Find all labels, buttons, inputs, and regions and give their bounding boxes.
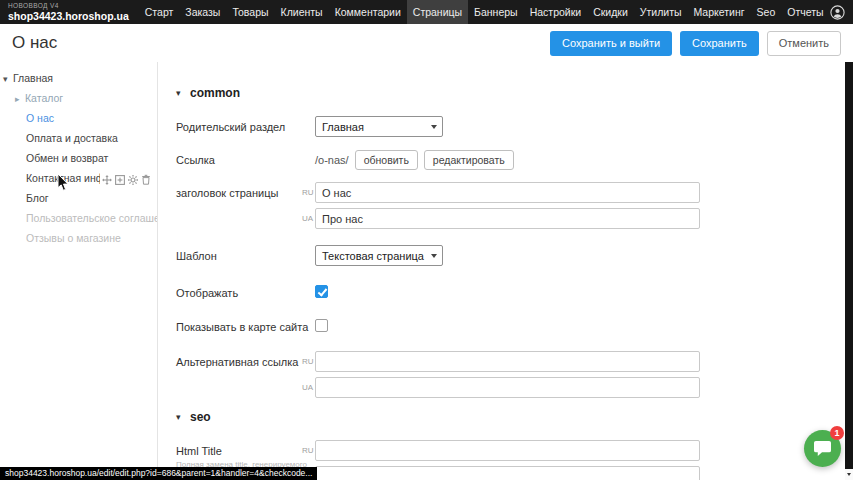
sidebar-item[interactable]: Обмен и возврат	[0, 148, 157, 168]
page-title-ru-input[interactable]	[315, 182, 700, 203]
section-common-title: common	[190, 86, 240, 100]
top-menu: СтартЗаказыТоварыКлиентыКомментарииСтран…	[139, 0, 830, 24]
topmenu-item[interactable]: Маркетинг	[688, 0, 751, 24]
topmenu-item[interactable]: Страницы	[407, 0, 468, 24]
sidebar-item[interactable]: Отзывы о магазине	[0, 228, 157, 248]
collapse-icon: ▾	[176, 412, 190, 422]
link-refresh-button[interactable]: обновить	[355, 150, 418, 170]
topmenu-item[interactable]: Скидки	[587, 0, 634, 24]
sitemap-controls	[315, 316, 328, 332]
chat-unread-badge: 1	[830, 426, 844, 440]
parent-section-controls: Главная	[315, 116, 443, 137]
header-buttons: Сохранить и выйти Сохранить Отменить	[550, 31, 841, 56]
template-row: Шаблон Текстовая страница	[176, 245, 845, 266]
app-window: НОВОВВОД V4 shop34423.horoshop.ua СтартЗ…	[0, 0, 853, 480]
link-value: /o-nas/	[315, 154, 349, 166]
caret-right-icon[interactable]: ▸	[15, 89, 25, 108]
cancel-button[interactable]: Отменить	[767, 31, 841, 56]
page-title: О нас	[12, 33, 57, 53]
sidebar-item-label: Пользовательское соглашение	[26, 212, 157, 224]
status-bar-url: shop34423.horoshop.ua/edit/edit.php?id=6…	[0, 467, 317, 480]
scroll-down-button[interactable]	[845, 469, 853, 480]
collapse-icon: ▾	[176, 88, 190, 98]
sidebar-item[interactable]: Блог	[0, 188, 157, 208]
display-controls	[315, 282, 328, 298]
sidebar-item-label: Блог	[26, 192, 49, 204]
version-label: НОВОВВОД V4	[8, 3, 129, 10]
html-title-ua-input[interactable]	[315, 466, 700, 480]
trash-icon[interactable]	[141, 174, 151, 185]
sidebar-item[interactable]: Оплата и доставка	[0, 128, 157, 148]
topmenu-item[interactable]: Отчеты	[781, 0, 829, 24]
template-select[interactable]: Текстовая страница	[315, 245, 443, 266]
content: ▾Главная▸КаталогО насОплата и доставкаОб…	[0, 62, 845, 480]
sidebar-item[interactable]: Пользовательское соглашение	[0, 208, 157, 228]
sitemap-checkbox[interactable]	[315, 319, 328, 332]
topmenu-item[interactable]: Клиенты	[275, 0, 329, 24]
topmenu-item[interactable]: Комментарии	[329, 0, 407, 24]
topmenu-item[interactable]: Заказы	[179, 0, 226, 24]
lang-ru-label: RU	[302, 188, 314, 197]
html-title-label: Html Title Полная замена title, генериру…	[176, 440, 315, 470]
link-row: Ссылка /o-nas/ обновить редактировать	[176, 149, 845, 170]
html-title-controls: RU UA	[315, 440, 700, 480]
pages-tree-sidebar: ▾Главная▸КаталогО насОплата и доставкаОб…	[0, 62, 158, 480]
chat-bubble-icon	[813, 440, 832, 457]
topmenu-item[interactable]: Товары	[226, 0, 274, 24]
alt-link-ru-input[interactable]	[315, 351, 700, 372]
section-seo-title: seo	[190, 410, 211, 424]
brand[interactable]: НОВОВВОД V4 shop34423.horoshop.ua	[0, 3, 139, 21]
gear-icon[interactable]	[128, 175, 138, 185]
chat-button[interactable]: 1	[804, 430, 841, 467]
sidebar-item[interactable]: ▸Каталог	[0, 88, 157, 108]
account-icon[interactable]	[830, 5, 845, 20]
alt-link-ua-input[interactable]	[315, 377, 700, 398]
lang-row-ua: UA	[315, 208, 700, 229]
sidebar-item[interactable]: О нас	[0, 108, 157, 128]
add-icon[interactable]	[115, 175, 125, 185]
sidebar-item[interactable]: ▾Главная	[0, 68, 157, 88]
display-label: Отображать	[176, 282, 315, 300]
html-title-ru-input[interactable]	[315, 440, 700, 461]
parent-section-label: Родительский раздел	[176, 116, 315, 134]
pages-tree: ▾Главная▸КаталогО насОплата и доставкаОб…	[0, 68, 157, 248]
topmenu-item[interactable]: Утилиты	[634, 0, 688, 24]
alt-link-row: Альтернативная ссылка RU UA	[176, 351, 845, 398]
page-title-label: заголовок страницы	[176, 182, 315, 200]
topmenu-item[interactable]: Баннеры	[468, 0, 524, 24]
link-edit-button[interactable]: редактировать	[424, 150, 514, 170]
section-common-header[interactable]: ▾ common	[176, 86, 845, 100]
section-seo-header[interactable]: ▾ seo	[176, 410, 845, 424]
link-label: Ссылка	[176, 149, 315, 167]
lang-row-ru: RU	[315, 351, 700, 372]
shop-domain: shop34423.horoshop.ua	[8, 11, 129, 22]
template-value: Текстовая страница	[322, 250, 424, 262]
save-exit-button[interactable]: Сохранить и выйти	[550, 31, 672, 56]
template-label: Шаблон	[176, 245, 315, 263]
page-header: О нас Сохранить и выйти Сохранить Отмени…	[0, 24, 853, 62]
sidebar-item-label: Обмен и возврат	[26, 152, 108, 164]
parent-section-select[interactable]: Главная	[315, 116, 443, 137]
parent-section-value: Главная	[322, 121, 364, 133]
sidebar-item-label: Отзывы о магазине	[26, 232, 121, 244]
sidebar-item-actions	[100, 172, 151, 187]
page-title-row: заголовок страницы RU UA	[176, 182, 845, 229]
lang-ru-label: RU	[302, 446, 314, 455]
display-checkbox[interactable]	[315, 285, 328, 298]
caret-down-icon[interactable]: ▾	[3, 69, 13, 88]
save-button[interactable]: Сохранить	[680, 31, 759, 56]
lang-row-ua: UA	[315, 466, 700, 480]
page-edit-form: ▾ common Родительский раздел Главная Ссы…	[158, 62, 845, 480]
scrollbar[interactable]	[845, 62, 853, 480]
sidebar-item-label: О нас	[26, 112, 54, 124]
sitemap-row: Показывать в карте сайта	[176, 316, 845, 334]
page-title-ua-input[interactable]	[315, 208, 700, 229]
alt-link-label: Альтернативная ссылка	[176, 351, 315, 369]
topbar: НОВОВВОД V4 shop34423.horoshop.ua СтартЗ…	[0, 0, 853, 24]
topmenu-item[interactable]: Seo	[751, 0, 782, 24]
move-icon[interactable]	[102, 175, 112, 185]
link-controls: /o-nas/ обновить редактировать	[315, 149, 514, 170]
topmenu-item[interactable]: Старт	[139, 0, 180, 24]
topmenu-item[interactable]: Настройки	[524, 0, 588, 24]
lang-row-ru: RU	[315, 440, 700, 461]
